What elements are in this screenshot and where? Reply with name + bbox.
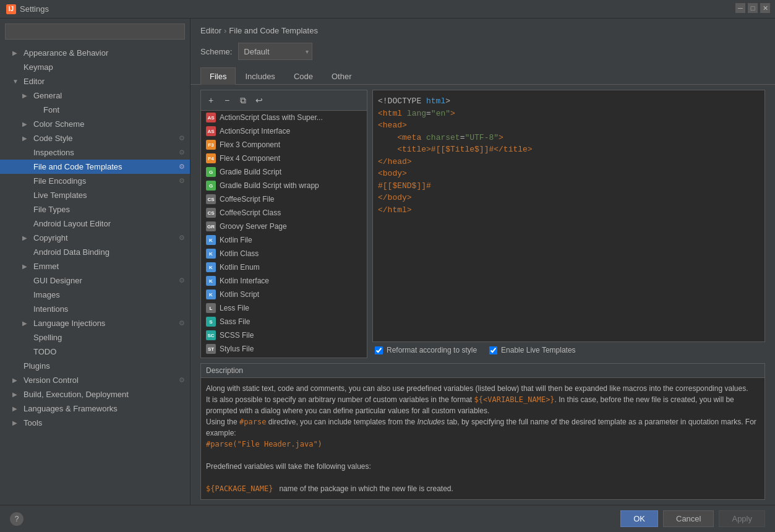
description-text: Along with static text, code and comment… — [201, 378, 764, 499]
expand-arrow: ▶ — [12, 405, 20, 412]
minimize-button[interactable]: ─ — [735, 3, 745, 13]
sidebar-item-general[interactable]: ▶ General — [0, 88, 190, 103]
sidebar-item-keymap[interactable]: Keymap — [0, 60, 190, 74]
file-type-icon: CS — [206, 208, 216, 218]
cancel-button[interactable]: Cancel — [663, 510, 714, 527]
sidebar-item-color-scheme[interactable]: ▶ Color Scheme — [0, 117, 190, 131]
list-item[interactable]: SCSCSS File — [201, 328, 367, 342]
list-item[interactable]: GRGroovy Server Page — [201, 220, 367, 233]
sidebar-item-code-style[interactable]: ▶ Code Style ⚙ — [0, 131, 190, 145]
settings-icon: ⚙ — [179, 148, 185, 157]
tab-includes[interactable]: Includes — [236, 67, 284, 85]
reformat-checkbox[interactable] — [375, 346, 383, 354]
list-item[interactable]: SSass File — [201, 315, 367, 328]
list-item[interactable]: KKotlin Interface — [201, 274, 367, 288]
sidebar-item-build[interactable]: ▶ Build, Execution, Deployment — [0, 387, 190, 401]
ok-button[interactable]: OK — [620, 510, 658, 527]
help-button[interactable]: ? — [10, 512, 24, 526]
scheme-select[interactable]: Default Project — [238, 43, 312, 60]
code-line: #[[$END$]]# — [378, 180, 760, 192]
sidebar-item-languages[interactable]: ▶ Languages & Frameworks — [0, 401, 190, 416]
list-item[interactable]: STStylus File — [201, 342, 367, 356]
code-line: <!DOCTYPE html> — [378, 95, 760, 108]
sidebar-item-emmet[interactable]: ▶ Emmet — [0, 259, 190, 273]
list-item[interactable]: GGradle Build Script with wrapp — [201, 179, 367, 192]
settings-icon: ⚙ — [179, 163, 185, 171]
tab-other[interactable]: Other — [322, 67, 361, 85]
file-item-name: Kotlin Enum — [220, 263, 260, 272]
expand-arrow: ▶ — [12, 391, 20, 398]
sidebar-item-live-templates[interactable]: Live Templates — [0, 188, 190, 202]
sidebar-item-images[interactable]: Images — [0, 288, 190, 302]
settings-icon: ⚙ — [179, 234, 185, 242]
sidebar-item-file-and-code-templates[interactable]: File and Code Templates ⚙ — [0, 160, 190, 174]
sidebar-item-plugins[interactable]: Plugins — [0, 359, 190, 373]
list-item[interactable]: CSCoffeeScript Class — [201, 206, 367, 220]
list-item[interactable]: KKotlin Enum — [201, 260, 367, 274]
list-item[interactable]: ASActionScript Interface — [201, 124, 367, 138]
remove-template-button[interactable]: − — [220, 93, 234, 108]
sidebar-item-language-injections[interactable]: ▶ Language Injections ⚙ — [0, 316, 190, 330]
breadcrumb: Editor › File and Code Templates — [191, 19, 775, 40]
sidebar-item-tools[interactable]: ▶ Tools — [0, 416, 190, 430]
sidebar-item-appearance[interactable]: ▶ Appearance & Behavior — [0, 46, 190, 60]
copy-template-button[interactable]: ⧉ — [236, 93, 250, 108]
content-panel: Editor › File and Code Templates Scheme:… — [191, 19, 775, 505]
tab-files[interactable]: Files — [200, 67, 236, 85]
settings-icon: ⚙ — [179, 134, 185, 142]
window-controls: ─ □ ✕ — [735, 3, 770, 13]
file-item-name: ActionScript Class with Super... — [220, 113, 323, 122]
reformat-option[interactable]: Reformat according to style — [375, 346, 477, 354]
sidebar-item-font[interactable]: Font — [0, 103, 190, 117]
search-input[interactable] — [5, 24, 185, 40]
file-item-name: Kotlin File — [220, 236, 252, 244]
settings-icon: ⚙ — [179, 376, 185, 384]
reset-template-button[interactable]: ↩ — [252, 93, 267, 108]
sidebar-item-todo[interactable]: TODO — [0, 345, 190, 359]
file-type-icon: G — [206, 181, 216, 191]
sidebar-item-file-types[interactable]: File Types — [0, 202, 190, 217]
file-item-name: Flex 4 Component — [220, 154, 280, 163]
sidebar-item-android-data-binding[interactable]: Android Data Binding — [0, 245, 190, 259]
maximize-button[interactable]: □ — [748, 3, 758, 13]
sidebar-item-android-layout[interactable]: Android Layout Editor — [0, 217, 190, 231]
add-template-button[interactable]: + — [203, 93, 218, 108]
expand-arrow: ▶ — [12, 377, 20, 384]
sidebar-item-inspections[interactable]: Inspections ⚙ — [0, 145, 190, 160]
sidebar-item-spelling[interactable]: Spelling — [0, 330, 190, 345]
sidebar-item-gui-designer[interactable]: GUI Designer ⚙ — [0, 273, 190, 288]
apply-button[interactable]: Apply — [719, 510, 765, 527]
list-item[interactable]: KKotlin Class — [201, 247, 367, 260]
breadcrumb-current: File and Code Templates — [229, 26, 318, 35]
code-line: <title>#[[$Title$]]#</title> — [378, 144, 760, 156]
list-item[interactable]: CSCoffeeScript File — [201, 192, 367, 206]
code-editor[interactable]: <!DOCTYPE html> <html lang="en"> <head> … — [372, 90, 765, 342]
sidebar-item-copyright[interactable]: ▶ Copyright ⚙ — [0, 231, 190, 245]
sidebar-item-file-encodings[interactable]: File Encodings ⚙ — [0, 174, 190, 188]
description-title: Description — [201, 364, 764, 378]
list-item[interactable]: F4Flex 4 Component — [201, 152, 367, 165]
file-item-name: Kotlin Interface — [220, 277, 269, 285]
list-item[interactable]: LLess File — [201, 301, 367, 315]
sidebar-item-version-control[interactable]: ▶ Version Control ⚙ — [0, 373, 190, 387]
list-item[interactable]: GGradle Kotlin DSL Build Script — [201, 356, 367, 358]
file-item-name: Stylus File — [220, 345, 254, 353]
file-type-icon: F3 — [206, 140, 216, 150]
list-item[interactable]: KKotlin File — [201, 233, 367, 247]
file-type-icon: K — [206, 262, 216, 272]
scheme-row: Scheme: Default Project ▾ — [191, 40, 775, 67]
file-type-icon: ST — [206, 344, 216, 354]
list-item[interactable]: GGradle Build Script — [201, 165, 367, 179]
live-templates-checkbox[interactable] — [489, 346, 497, 354]
list-item[interactable]: F3Flex 3 Component — [201, 138, 367, 152]
sidebar-item-editor[interactable]: ▼ Editor — [0, 74, 190, 88]
file-type-icon: AS — [206, 126, 216, 136]
sidebar-item-intentions[interactable]: Intentions — [0, 302, 190, 316]
settings-icon: ⚙ — [179, 177, 185, 185]
list-item[interactable]: KKotlin Script — [201, 288, 367, 301]
close-button[interactable]: ✕ — [760, 3, 770, 13]
list-item[interactable]: ASActionScript Class with Super... — [201, 111, 367, 124]
tab-code[interactable]: Code — [285, 67, 322, 85]
live-templates-option[interactable]: Enable Live Templates — [489, 346, 576, 354]
file-type-icon: L — [206, 303, 216, 313]
